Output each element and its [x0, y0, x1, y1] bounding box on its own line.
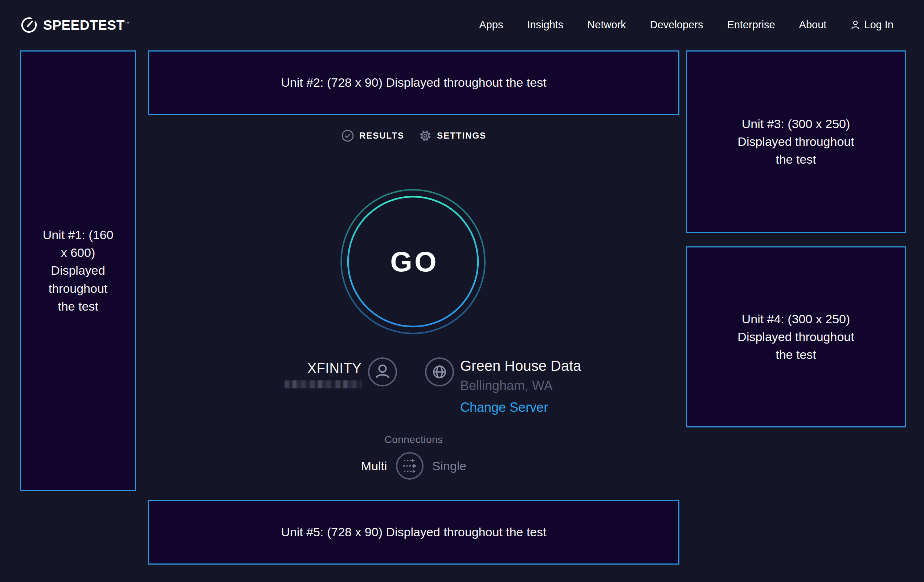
- isp-name: XFINITY: [307, 361, 361, 376]
- nav-item-apps[interactable]: Apps: [479, 20, 503, 30]
- server-location: Bellingham, WA: [460, 378, 581, 393]
- trademark: ™: [125, 21, 130, 26]
- main-nav: Apps Insights Network Developers Enterpr…: [479, 20, 894, 30]
- tab-settings[interactable]: SETTINGS: [419, 129, 486, 142]
- nav-item-insights[interactable]: Insights: [527, 20, 563, 30]
- connections-toggle-button[interactable]: [395, 452, 424, 480]
- ad-unit-1-skyscraper[interactable]: Unit #1: (160 x 600) Displayed throughou…: [20, 50, 136, 491]
- speedtest-gauge-icon: [20, 14, 38, 35]
- tab-results-label: RESULTS: [359, 130, 404, 141]
- check-circle-icon: [341, 129, 354, 142]
- connections-label: Connections: [148, 434, 680, 445]
- user-circle-icon: [367, 357, 398, 387]
- ad-unit-3-rectangle[interactable]: Unit #3: (300 x 250) Displayed throughou…: [686, 50, 906, 233]
- tab-settings-label: SETTINGS: [437, 130, 486, 141]
- login-label: Log In: [864, 20, 894, 30]
- multi-connection-arrows-icon: [395, 452, 424, 480]
- login-button[interactable]: Log In: [850, 20, 894, 30]
- top-nav-bar: SPEEDTEST™ Apps Insights Network Develop…: [0, 0, 924, 49]
- ad-unit-2-text: Unit #2: (728 x 90) Displayed throughout…: [281, 74, 546, 91]
- change-server-link[interactable]: Change Server: [460, 400, 548, 415]
- brand-name: SPEEDTEST™: [43, 14, 130, 35]
- nav-item-network[interactable]: Network: [587, 20, 626, 30]
- server-info: Green House Data Bellingham, WA Change S…: [460, 358, 581, 415]
- globe-icon: [424, 357, 455, 387]
- connections-toggle-row: Multi Single: [148, 452, 680, 480]
- gear-icon: [419, 129, 432, 142]
- user-icon: [850, 20, 860, 30]
- nav-item-developers[interactable]: Developers: [650, 20, 703, 30]
- tab-results[interactable]: RESULTS: [341, 129, 404, 142]
- ad-unit-4-rectangle[interactable]: Unit #4: (300 x 250) Displayed throughou…: [686, 246, 906, 427]
- speedtest-logo[interactable]: SPEEDTEST™: [20, 14, 130, 35]
- speedtest-page: SPEEDTEST™ Apps Insights Network Develop…: [0, 0, 924, 582]
- go-button-label: GO: [340, 188, 486, 335]
- isp-ip-redacted: [285, 380, 361, 388]
- ad-unit-3-text: Unit #3: (300 x 250) Displayed throughou…: [729, 115, 863, 169]
- server-name: Green House Data: [460, 358, 581, 374]
- ad-unit-4-text: Unit #4: (300 x 250) Displayed throughou…: [729, 310, 863, 364]
- connections-mode-multi[interactable]: Multi: [361, 452, 387, 480]
- ad-unit-1-text: Unit #1: (160 x 600) Displayed throughou…: [42, 226, 114, 315]
- isp-info: XFINITY: [218, 361, 361, 388]
- nav-item-about[interactable]: About: [799, 20, 827, 30]
- nav-item-enterprise[interactable]: Enterprise: [727, 20, 775, 30]
- view-tabs: RESULTS SETTINGS: [148, 129, 680, 142]
- connections-mode-single[interactable]: Single: [432, 452, 467, 480]
- ad-unit-2-leaderboard[interactable]: Unit #2: (728 x 90) Displayed throughout…: [148, 50, 680, 115]
- go-button[interactable]: GO: [340, 188, 486, 335]
- ad-unit-5-leaderboard[interactable]: Unit #5: (728 x 90) Displayed throughout…: [148, 500, 680, 565]
- ad-unit-5-text: Unit #5: (728 x 90) Displayed throughout…: [281, 523, 546, 541]
